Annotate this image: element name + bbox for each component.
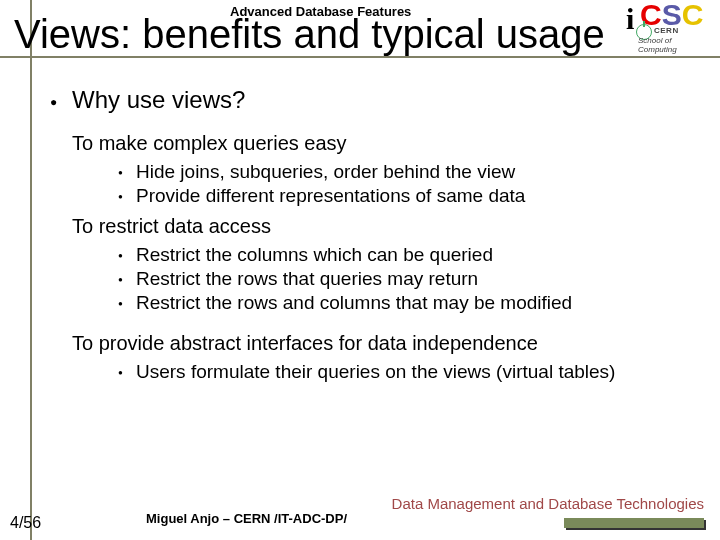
footer-topic: Data Management and Database Technologie… [392,495,704,512]
bullet: Hide joins, subqueries, order behind the… [118,161,690,183]
sub-complex: To make complex queries easy [72,132,690,155]
logo-cern: CERN [654,26,679,35]
logo-sub: School of Computing [638,36,710,54]
logo-i-icon: i [626,2,634,36]
slide: Advanced Database Features Views: benefi… [0,0,720,540]
bullet: Restrict the rows that queries may retur… [118,268,690,290]
sub-restrict: To restrict data access [72,215,690,238]
bullet: Restrict the rows and columns that may b… [118,292,690,314]
heading-why: Why use views? [50,86,690,114]
footer-author: Miguel Anjo – CERN /IT-ADC-DP/ [146,511,347,526]
rule-vertical [30,0,32,540]
page-title: Views: benefits and typical usage [14,12,605,57]
page-number: 4/56 [10,514,41,532]
bullet: Users formulate their queries on the vie… [118,361,690,383]
footer-bar [564,518,704,528]
logo: i CSC CERN School of Computing [626,2,710,56]
bullet: Provide different representations of sam… [118,185,690,207]
content: Why use views? To make complex queries e… [50,86,690,383]
sub-abstract: To provide abstract interfaces for data … [72,332,690,355]
bullet: Restrict the columns which can be querie… [118,244,690,266]
